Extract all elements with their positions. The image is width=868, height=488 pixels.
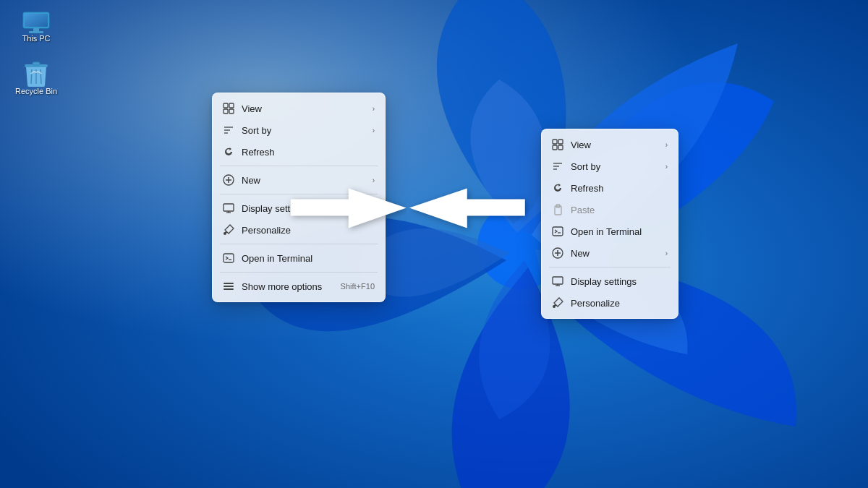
terminal2-label: Open in Terminal (571, 226, 642, 237)
svg-rect-16 (229, 103, 234, 108)
sort-icon (223, 124, 234, 136)
sort-by2-label: Sort by (571, 161, 600, 172)
this-pc-icon[interactable]: This PC (11, 11, 61, 43)
menu-item-view[interactable]: View › (213, 98, 385, 119)
menu-item-sort-by[interactable]: Sort by › (213, 119, 385, 141)
menu2-item-sort-by[interactable]: Sort by › (542, 155, 678, 177)
recycle-bin-label: Recycle Bin (15, 87, 57, 96)
menu-item-show-more[interactable]: Show more options Shift+F10 (213, 275, 385, 297)
new2-arrow: › (665, 249, 668, 257)
svg-rect-18 (229, 109, 234, 114)
refresh-label: Refresh (242, 147, 275, 158)
menu2-item-display-settings[interactable]: Display settings (542, 270, 678, 292)
svg-line-10 (31, 69, 32, 84)
refresh-icon (223, 146, 234, 158)
separator2-1 (549, 267, 671, 267)
display-settings2-label: Display settings (571, 276, 637, 287)
menu2-item-new[interactable]: New › (542, 242, 678, 264)
show-more-shortcut: Shift+F10 (341, 282, 375, 291)
personalize2-label: Personalize (571, 298, 620, 309)
recycle-bin-image (23, 58, 49, 87)
refresh2-label: Refresh (571, 183, 604, 194)
compare-arrows (276, 181, 540, 239)
view2-icon (552, 139, 563, 150)
svg-point-28 (224, 232, 226, 235)
desktop-background (0, 0, 868, 488)
terminal-icon (223, 252, 234, 264)
new-icon (223, 174, 234, 186)
arrow-left-icon (409, 181, 540, 236)
separator-1 (220, 166, 378, 166)
svg-rect-31 (224, 283, 234, 284)
arrow-right-icon (276, 181, 407, 236)
svg-rect-25 (224, 204, 234, 211)
separator-3 (220, 244, 378, 244)
terminal-label: Open in Terminal (242, 253, 312, 264)
menu2-item-personalize[interactable]: Personalize (542, 292, 678, 314)
view2-arrow: › (665, 141, 668, 149)
sort2-icon (552, 160, 563, 172)
more-options-icon (223, 281, 234, 292)
new-label: New (242, 175, 260, 186)
sort-by-label: Sort by (242, 125, 271, 136)
desktop-icons-container: This PC Recycle Bin (11, 11, 61, 96)
svg-rect-48 (553, 277, 563, 284)
view-label: View (242, 103, 262, 114)
svg-rect-15 (224, 103, 228, 108)
show-more-label: Show more options (242, 281, 322, 292)
new2-icon (552, 247, 563, 259)
separator-4 (220, 272, 378, 273)
svg-rect-9 (33, 62, 40, 65)
menu2-item-refresh[interactable]: Refresh (542, 177, 678, 199)
svg-rect-5 (25, 14, 48, 27)
svg-rect-33 (224, 288, 234, 290)
svg-line-12 (41, 69, 41, 84)
svg-point-51 (553, 305, 556, 308)
svg-rect-34 (553, 140, 557, 144)
terminal2-icon (552, 226, 563, 237)
menu-item-terminal[interactable]: Open in Terminal (213, 247, 385, 269)
svg-rect-35 (558, 140, 563, 144)
svg-rect-17 (224, 109, 228, 114)
paste2-label: Paste (571, 205, 595, 215)
view-arrow: › (373, 105, 375, 113)
svg-rect-37 (558, 145, 563, 150)
this-pc-image (22, 11, 51, 34)
svg-rect-32 (224, 286, 234, 287)
svg-marker-13 (291, 189, 407, 228)
menu2-item-view[interactable]: View › (542, 134, 678, 155)
display-icon (223, 202, 234, 214)
personalize2-icon (552, 297, 563, 309)
svg-rect-6 (33, 28, 39, 31)
svg-marker-14 (409, 189, 525, 228)
context-menu-2: View › Sort by › Refresh Paste Open in T… (541, 129, 678, 319)
recycle-bin-icon[interactable]: Recycle Bin (11, 58, 61, 96)
menu-item-refresh[interactable]: Refresh (213, 141, 385, 163)
svg-rect-7 (29, 31, 43, 33)
menu2-item-terminal[interactable]: Open in Terminal (542, 221, 678, 242)
menu2-item-paste: Paste (542, 199, 678, 221)
sort-by-arrow: › (373, 127, 375, 134)
paste2-icon (552, 204, 563, 215)
new2-label: New (571, 248, 590, 259)
view2-label: View (571, 140, 591, 150)
refresh2-icon (552, 182, 563, 194)
personalize-icon (223, 224, 234, 236)
svg-rect-36 (553, 145, 557, 150)
display2-icon (552, 275, 563, 287)
view-icon (223, 103, 234, 114)
this-pc-label: This PC (22, 34, 50, 43)
sort-by2-arrow: › (665, 163, 668, 171)
